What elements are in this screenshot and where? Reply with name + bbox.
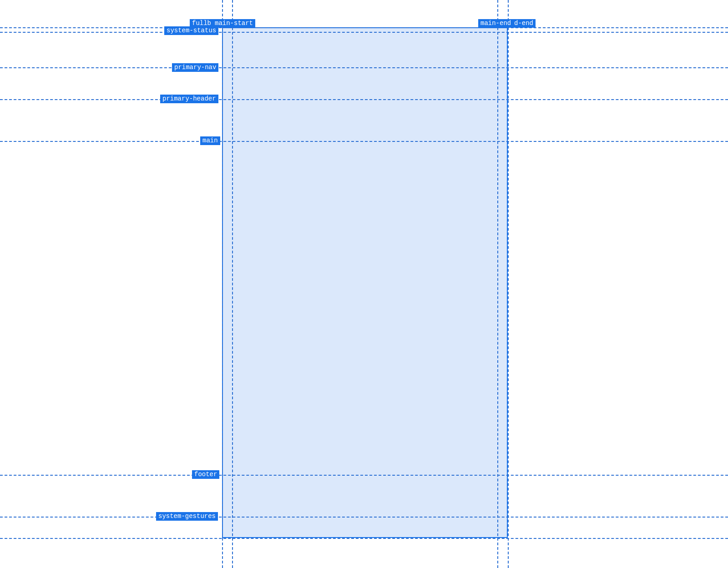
grid-panel xyxy=(222,27,508,538)
row-system-status xyxy=(0,32,728,33)
label-footer: footer xyxy=(192,470,219,479)
label-main-end: main-end xyxy=(478,19,513,28)
label-main-start: main-start xyxy=(212,19,255,28)
label-system-gestures: system-gestures xyxy=(156,512,218,521)
col-main-start xyxy=(232,0,233,568)
row-footer xyxy=(0,475,728,476)
label-d-end: d-end xyxy=(512,19,536,28)
label-system-status: system-status xyxy=(164,26,218,35)
label-primary-nav: primary-nav xyxy=(172,63,218,72)
row-bottom xyxy=(0,538,728,539)
row-system-gestures xyxy=(0,517,728,518)
col-fullbleed-start xyxy=(222,0,223,568)
label-primary-header: primary-header xyxy=(160,95,218,103)
row-top xyxy=(0,27,728,28)
label-main: main xyxy=(200,136,220,145)
col-fullbleed-end xyxy=(508,0,509,568)
col-main-end xyxy=(497,0,498,568)
row-primary-nav xyxy=(0,67,728,68)
row-primary-header xyxy=(0,99,728,100)
row-main xyxy=(0,141,728,142)
